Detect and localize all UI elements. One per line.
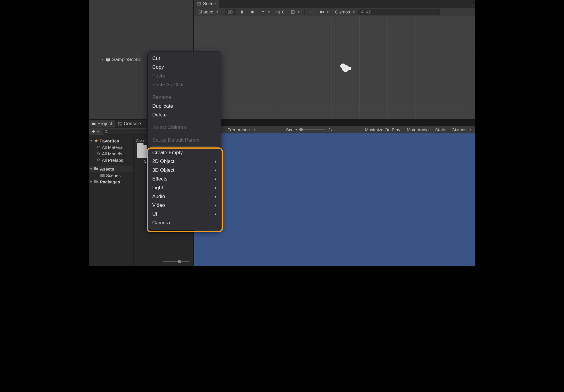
game-panel: Display 1 Free Aspect Scale 2x Maximize …	[194, 126, 475, 266]
hidden-toggle[interactable]: 0	[273, 9, 287, 15]
search-icon	[97, 158, 100, 162]
sparkle-icon	[261, 10, 265, 14]
cm-cut[interactable]: Cut	[148, 54, 221, 63]
maximize-toggle[interactable]: Maximize On Play	[362, 127, 403, 133]
foldout-icon[interactable]	[90, 180, 92, 183]
cm-camera[interactable]: Camera	[148, 219, 221, 227]
context-menu: Cut Copy Paste Paste As Child Rename Dup…	[147, 51, 221, 230]
svg-point-4	[98, 152, 100, 154]
plus-icon	[92, 130, 96, 134]
svg-point-11	[342, 65, 349, 72]
mute-toggle[interactable]: Mute Audio	[404, 127, 432, 133]
scale-slider[interactable]: Scale 2x	[284, 127, 335, 132]
cm-duplicate[interactable]: Duplicate	[148, 102, 221, 111]
chevron-right-icon: ›	[215, 168, 216, 173]
folder-icon	[92, 122, 96, 126]
favorites-header[interactable]: ★Favorites	[89, 137, 133, 144]
project-zoom-slider[interactable]	[89, 259, 193, 264]
lighting-toggle[interactable]	[237, 9, 247, 15]
scale-value: 2x	[328, 127, 333, 132]
game-gizmos-dropdown[interactable]: Gizmos	[449, 127, 474, 133]
svg-point-6	[241, 11, 243, 13]
cm-3d-object[interactable]: 3D Object›	[148, 166, 221, 175]
cm-copy[interactable]: Copy	[148, 63, 221, 72]
unity-icon	[106, 57, 110, 62]
foldout-icon[interactable]	[101, 59, 104, 61]
search-icon	[97, 145, 100, 149]
project-tree: ★Favorites All Materia All Models All Pr…	[89, 136, 134, 266]
folder-icon	[94, 167, 98, 171]
cm-light[interactable]: Light›	[148, 183, 221, 192]
svg-rect-1	[118, 122, 122, 125]
scene-viewport[interactable]	[194, 16, 475, 119]
svg-point-3	[98, 146, 100, 148]
shading-mode-dropdown[interactable]: Shaded	[195, 9, 221, 15]
search-icon	[97, 152, 100, 155]
stats-toggle[interactable]: Stats	[432, 127, 448, 133]
svg-point-5	[98, 159, 100, 161]
cm-2d-object[interactable]: 2D Object›	[148, 157, 221, 166]
cm-audio[interactable]: Audio›	[148, 192, 221, 201]
chevron-right-icon: ›	[215, 176, 216, 182]
camera-icon	[320, 10, 324, 14]
chevron-right-icon: ›	[215, 203, 216, 208]
cm-paste: Paste	[148, 72, 221, 80]
chevron-right-icon: ›	[215, 212, 216, 217]
aspect-dropdown[interactable]: Free Aspect	[225, 127, 283, 133]
scenes-folder[interactable]: Scenes	[89, 172, 133, 178]
assets-folder[interactable]: Assets	[89, 166, 133, 172]
svg-point-2	[105, 130, 107, 133]
scene-panel: Scene ⋮ Shaded 2D 0 Gizmos	[194, 0, 475, 119]
console-icon	[118, 122, 122, 126]
cm-video[interactable]: Video›	[148, 201, 221, 210]
chevron-right-icon: ›	[215, 185, 216, 190]
project-add-button[interactable]: ▼	[90, 130, 101, 134]
scene-toolbar: Shaded 2D 0 Gizmos All	[194, 8, 475, 16]
2d-toggle[interactable]: 2D	[225, 9, 236, 15]
cm-default-parent: Set as Default Parent	[148, 136, 221, 145]
scene-menu-icon[interactable]: ⋮	[469, 1, 475, 7]
svg-rect-7	[241, 13, 242, 13]
cm-select-children: Select Children	[148, 123, 221, 132]
lightbulb-icon	[240, 10, 244, 14]
packages-folder[interactable]: Packages	[89, 178, 133, 185]
svg-point-9	[361, 11, 363, 13]
chevron-right-icon: ›	[215, 159, 216, 164]
favorite-item[interactable]: All Materia	[89, 144, 133, 150]
project-tab[interactable]: Project	[89, 120, 115, 128]
cm-create-empty[interactable]: Create Empty	[148, 148, 221, 157]
tools-icon	[309, 10, 313, 14]
folder-icon	[100, 173, 105, 177]
favorite-item[interactable]: All Prefabs	[89, 157, 133, 163]
cm-effects[interactable]: Effects›	[148, 175, 221, 183]
favorite-item[interactable]: All Models	[89, 150, 133, 157]
svg-rect-12	[348, 67, 351, 70]
grid-icon	[197, 2, 201, 6]
tools-button[interactable]	[306, 9, 316, 15]
folder-icon	[94, 180, 98, 183]
search-icon	[361, 10, 364, 14]
cm-paste-child: Paste As Child	[148, 80, 221, 89]
camera-dropdown[interactable]	[317, 9, 331, 15]
chevron-right-icon: ›	[215, 194, 216, 199]
effects-dropdown[interactable]	[258, 9, 273, 15]
cm-rename: Rename	[148, 93, 221, 102]
audio-toggle[interactable]	[247, 9, 257, 15]
scene-search-input[interactable]: All	[358, 9, 440, 15]
game-toolbar: Display 1 Free Aspect Scale 2x Maximize …	[194, 126, 475, 133]
grid-icon	[291, 10, 295, 14]
scene-tab[interactable]: Scene	[194, 0, 219, 8]
cm-ui[interactable]: UI›	[148, 210, 221, 219]
gizmos-dropdown[interactable]: Gizmos	[332, 9, 358, 15]
grid-dropdown[interactable]	[288, 9, 302, 15]
console-tab[interactable]: Console	[115, 120, 144, 128]
cm-delete[interactable]: Delete	[148, 111, 221, 119]
camera-gizmo-icon[interactable]	[338, 63, 352, 73]
speaker-icon	[250, 10, 254, 14]
game-viewport[interactable]	[194, 133, 475, 266]
scene-name: SampleScene	[112, 57, 141, 62]
eye-off-icon	[276, 10, 280, 14]
svg-rect-8	[320, 11, 322, 13]
search-icon	[105, 130, 108, 133]
